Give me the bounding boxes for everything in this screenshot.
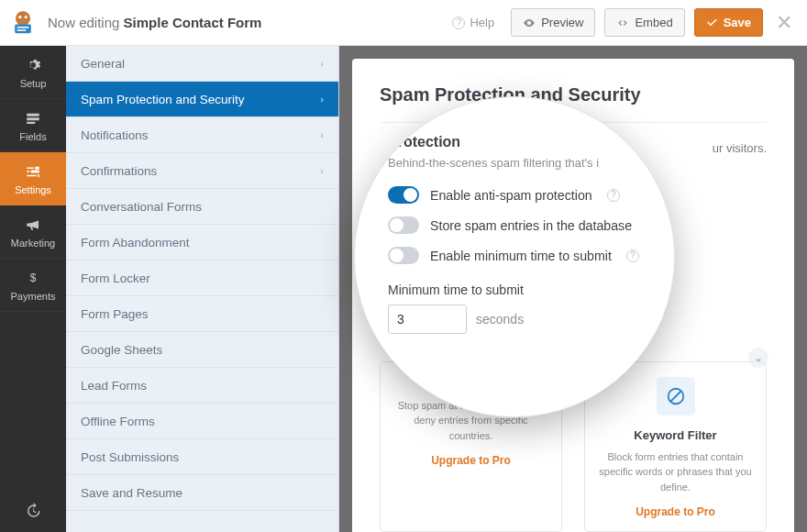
upgrade-link[interactable]: Upgrade to Pro [393, 454, 548, 467]
nav-settings[interactable]: Settings [0, 152, 66, 205]
sidebar-item-offline-forms[interactable]: Offline Forms [66, 404, 338, 439]
nav-fields[interactable]: Fields [0, 99, 66, 152]
sidebar-item-lead-forms[interactable]: Lead Forms [66, 368, 338, 404]
gear-icon [24, 56, 42, 74]
min-time-input[interactable] [388, 305, 467, 334]
dollar-icon: $ [24, 269, 42, 287]
block-icon [657, 377, 695, 416]
sidebar-item-post-submissions[interactable]: Post Submissions [66, 439, 338, 475]
code-icon [616, 17, 629, 29]
save-button[interactable]: Save [694, 8, 763, 37]
svg-line-11 [670, 391, 680, 401]
primary-nav: Setup Fields Settings Marketing $ Paymen… [0, 46, 66, 532]
toggle-label: Store spam entries in the database [430, 218, 632, 233]
settings-sidebar: General› Spam Protection and Security› N… [66, 46, 339, 532]
sidebar-item-notifications[interactable]: Notifications› [66, 117, 338, 153]
card-title: Keyword Filter [598, 428, 753, 442]
svg-point-2 [25, 16, 28, 18]
zoom-lens: Protection Behind-the-scenes spam filter… [354, 96, 675, 417]
form-name: Simple Contact Form [124, 15, 262, 30]
toggle-min-time[interactable] [388, 247, 419, 264]
help-tooltip-icon[interactable]: ? [626, 249, 639, 262]
close-button[interactable]: ✕ [772, 11, 796, 35]
toggle-label: Enable anti-spam protection [430, 188, 592, 203]
toggle-row-store-spam: Store spam entries in the database [388, 216, 650, 234]
toggle-label: Enable minimum time to submit [430, 249, 612, 263]
chevron-right-icon: › [320, 94, 324, 105]
sidebar-item-form-abandonment[interactable]: Form Abandonment [66, 225, 338, 260]
min-time-row: seconds [388, 305, 650, 334]
svg-rect-5 [17, 29, 27, 31]
fields-icon [24, 109, 42, 127]
toggle-row-min-time: Enable minimum time to submit ? [388, 247, 650, 264]
now-editing-label: Now editing Simple Contact Form [48, 15, 261, 30]
chevron-right-icon: › [320, 58, 324, 69]
nav-revisions[interactable] [0, 492, 66, 532]
svg-rect-8 [27, 121, 35, 123]
protection-subtitle: Behind-the-scenes spam filtering that's … [388, 156, 650, 170]
svg-rect-7 [27, 117, 39, 120]
card-desc: Block form entries that contain specific… [598, 449, 753, 495]
help-tooltip-icon[interactable]: ? [607, 189, 620, 202]
embed-button[interactable]: Embed [604, 8, 684, 37]
top-toolbar: Now editing Simple Contact Form ? Help P… [0, 0, 807, 46]
chevron-right-icon: › [320, 129, 324, 140]
nav-setup[interactable]: Setup [0, 46, 66, 99]
toggle-row-antispam: Enable anti-spam protection ? [388, 186, 650, 204]
close-icon: ✕ [776, 11, 792, 34]
toggle-antispam[interactable] [388, 186, 419, 204]
svg-point-0 [16, 11, 30, 26]
nav-marketing[interactable]: Marketing [0, 205, 66, 259]
toggle-store-spam[interactable] [388, 216, 419, 234]
app-mascot-icon [7, 7, 39, 39]
svg-text:$: $ [30, 272, 37, 284]
eye-icon [523, 17, 536, 29]
min-time-heading: Minimum time to submit [388, 283, 650, 297]
upgrade-link[interactable]: Upgrade to Pro [598, 505, 753, 518]
sidebar-item-general[interactable]: General› [66, 46, 338, 82]
sidebar-item-form-pages[interactable]: Form Pages [66, 296, 338, 332]
nav-payments[interactable]: $ Payments [0, 259, 66, 312]
svg-rect-6 [27, 113, 39, 116]
help-button[interactable]: ? Help [441, 10, 502, 35]
chevron-right-icon: › [320, 165, 324, 176]
sidebar-item-form-locker[interactable]: Form Locker [66, 260, 338, 296]
card-keyword-filter: Keyword Filter Block form entries that c… [584, 361, 767, 533]
preview-button[interactable]: Preview [511, 8, 595, 37]
sidebar-item-google-sheets[interactable]: Google Sheets [66, 332, 338, 368]
sidebar-item-conversational-forms[interactable]: Conversational Forms [66, 189, 338, 225]
min-time-unit: seconds [476, 312, 524, 327]
sidebar-item-save-and-resume[interactable]: Save and Resume [66, 475, 338, 511]
check-icon [706, 17, 718, 28]
svg-point-1 [18, 16, 21, 18]
svg-rect-3 [15, 24, 31, 33]
sidebar-item-confirmations[interactable]: Confirmations› [66, 153, 338, 189]
history-icon [25, 503, 41, 522]
megaphone-icon [24, 216, 42, 234]
sidebar-item-spam-protection[interactable]: Spam Protection and Security› [66, 82, 338, 117]
svg-rect-4 [17, 27, 29, 28]
sliders-icon [24, 162, 42, 181]
help-icon: ? [452, 17, 465, 29]
protection-heading: Protection [388, 134, 650, 150]
